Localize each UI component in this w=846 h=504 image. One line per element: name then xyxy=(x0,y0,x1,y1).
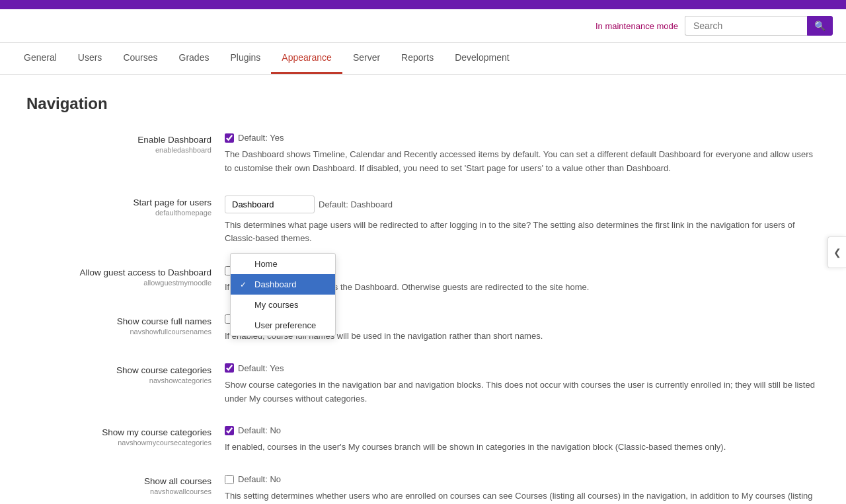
setting-label-navshowfullcoursenames: Show course full names xyxy=(117,316,212,326)
default-text-navshowmycoursecategories: Default: No xyxy=(238,425,281,435)
chevron-left-icon: ❮ xyxy=(833,247,841,258)
maintenance-notice: In maintenance mode xyxy=(596,21,678,31)
dropdown-item-dashboard[interactable]: ✓ Dashboard xyxy=(231,274,335,295)
content-area: Navigation Enable Dashboard enabledashbo… xyxy=(0,75,846,504)
checkbox-navshowallcourses[interactable] xyxy=(225,475,234,484)
setting-row-allowguestmymoodle: Allow guest access to Dashboard allowgue… xyxy=(26,266,820,295)
dropdown-label: Home xyxy=(254,259,278,269)
tab-server[interactable]: Server xyxy=(342,43,391,74)
setting-key-enabledashboard: enabledashboard xyxy=(26,146,212,154)
tab-grades[interactable]: Grades xyxy=(169,43,220,74)
dropdown-item-home[interactable]: Home xyxy=(231,254,335,274)
default-text-defaulthomepage: Default: Dashboard xyxy=(319,199,393,209)
tab-appearance[interactable]: Appearance xyxy=(271,43,342,74)
default-text-navshowallcourses: Default: No xyxy=(238,474,281,484)
check-mark: ✓ xyxy=(240,280,249,289)
desc-enabledashboard: The Dashboard shows Timeline, Calendar a… xyxy=(225,148,820,176)
desc-defaulthomepage: This determines what page users will be … xyxy=(225,219,820,246)
desc-navshowcategories: Show course categories in the navigation… xyxy=(225,378,820,406)
dropdown-label: Dashboard xyxy=(254,279,297,289)
tab-courses[interactable]: Courses xyxy=(112,43,168,74)
checkbox-enabledashboard[interactable] xyxy=(225,133,234,143)
tab-plugins[interactable]: Plugins xyxy=(219,43,271,74)
setting-label-allowguestmymoodle: Allow guest access to Dashboard xyxy=(79,268,212,277)
default-text-enabledashboard: Default: Yes xyxy=(238,133,284,143)
setting-key-navshowallcourses: navshowallcourses xyxy=(26,487,212,495)
setting-row-navshowcategories: Show course categories navshowcategories… xyxy=(26,363,820,406)
nav-tabs: General Users Courses Grades Plugins App… xyxy=(0,43,846,75)
setting-label-navshowcategories: Show course categories xyxy=(116,365,212,375)
search-input[interactable] xyxy=(685,16,807,36)
setting-label-defaulthomepage: Start page for users xyxy=(133,198,212,207)
setting-key-navshowmycoursecategories: navshowmycoursecategories xyxy=(26,439,212,447)
setting-row-enabledashboard: Enable Dashboard enabledashboard Default… xyxy=(26,133,820,176)
setting-row-navshowallcourses: Show all courses navshowallcourses Defau… xyxy=(26,474,820,504)
tab-users[interactable]: Users xyxy=(67,43,113,74)
setting-key-navshowfullcoursenames: navshowfullcoursenames xyxy=(26,328,212,336)
dropdown-label: User preference xyxy=(254,320,316,330)
tab-general[interactable]: General xyxy=(13,43,67,74)
setting-label-navshowmycoursecategories: Show my course categories xyxy=(102,427,212,437)
dropdown-label: My courses xyxy=(254,300,298,310)
setting-key-allowguestmymoodle: allowguestmymoodle xyxy=(26,279,212,287)
desc-navshowallcourses: This setting determines whether users wh… xyxy=(225,489,820,504)
desc-navshowmycoursecategories: If enabled, courses in the user's My cou… xyxy=(225,441,820,454)
top-bar xyxy=(0,0,846,9)
dropdown-item-my-courses[interactable]: My courses xyxy=(231,295,335,315)
start-page-dropdown[interactable]: Home ✓ Dashboard My courses User prefere… xyxy=(230,253,336,336)
setting-row-defaulthomepage: Start page for users defaulthomepage Hom… xyxy=(26,196,820,246)
setting-row-navshowmycoursecategories: Show my course categories navshowmycours… xyxy=(26,425,820,454)
checkbox-navshowcategories[interactable] xyxy=(225,363,234,373)
setting-key-defaulthomepage: defaulthomepage xyxy=(26,209,212,217)
tab-reports[interactable]: Reports xyxy=(391,43,444,74)
setting-label-enabledashboard: Enable Dashboard xyxy=(137,135,212,145)
search-button[interactable]: 🔍 xyxy=(807,16,833,36)
default-text-navshowcategories: Default: Yes xyxy=(238,363,284,373)
tab-development[interactable]: Development xyxy=(444,43,520,74)
setting-row-navshowfullcoursenames: Show course full names navshowfullcourse… xyxy=(26,314,820,343)
dropdown-item-user-preference[interactable]: User preference xyxy=(231,315,335,336)
checkbox-navshowmycoursecategories[interactable] xyxy=(225,426,234,435)
search-area: 🔍 xyxy=(685,16,833,36)
sidebar-toggle[interactable]: ❮ xyxy=(827,236,846,268)
setting-key-navshowcategories: navshowcategories xyxy=(26,377,212,384)
header: In maintenance mode 🔍 xyxy=(0,9,846,43)
setting-label-navshowallcourses: Show all courses xyxy=(144,476,212,486)
select-defaulthomepage[interactable]: HomeDashboardMy coursesUser preference xyxy=(225,196,315,213)
page-title: Navigation xyxy=(26,94,820,113)
